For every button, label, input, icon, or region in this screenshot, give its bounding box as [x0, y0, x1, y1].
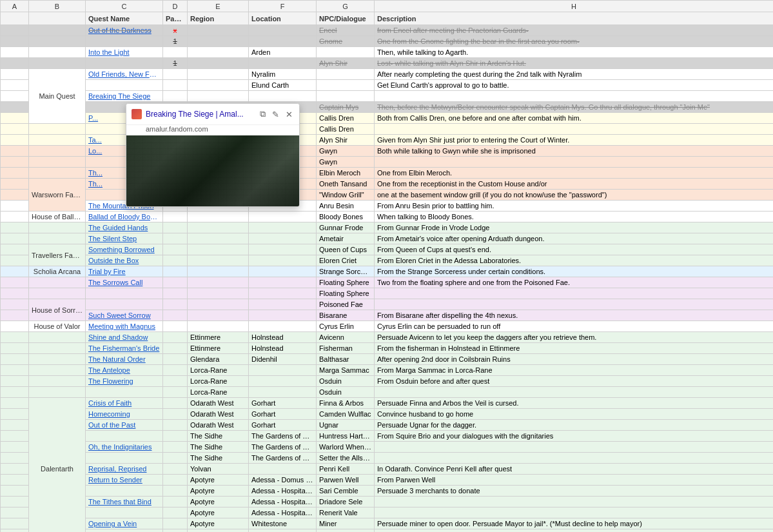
quest-name-cell[interactable]: The Flowering: [86, 376, 163, 387]
quest-name-cell[interactable]: Such Sweet Sorrow: [86, 310, 163, 321]
table-row: Such Sweet Sorrow Bisarane From Bisarane…: [1, 310, 774, 321]
region-cell: The Sidhe: [188, 442, 249, 453]
npc-cell: Sari Cemble: [317, 486, 375, 497]
location-cell: [249, 321, 317, 332]
npc-cell: Cyrus Erlin: [317, 321, 375, 332]
npc-cell: Setter the Allseer: [317, 453, 375, 464]
npc-cell: [317, 91, 375, 102]
region-cell: The Sidhe: [188, 431, 249, 442]
close-popup-button[interactable]: ✕: [284, 108, 294, 121]
quest-name-crisis-faith[interactable]: Crisis of Faith: [86, 398, 163, 409]
quest-name-cell[interactable]: The Natural Order: [86, 354, 163, 365]
desc-cell: [375, 442, 774, 453]
quest-name-tithes[interactable]: The Tithes that Bind: [86, 497, 163, 507]
table-row: House of Valor Meeting with Magnus Cyrus…: [1, 321, 774, 332]
table-row: Breaking The Siege: [1, 91, 774, 102]
location-cell: [249, 266, 317, 277]
region-cell: Apotyre: [188, 518, 249, 529]
location-cell: [249, 91, 317, 102]
region-cell: Lorca-Rane: [188, 365, 249, 376]
quest-name-cell[interactable]: The Guided Hands: [86, 222, 163, 233]
copy-link-button[interactable]: ⧉: [259, 108, 267, 121]
desc-cell: from Encel after meeting the Praetorian …: [375, 25, 774, 36]
npc-cell: Oneth Tansand: [317, 179, 375, 190]
npc-cell: Poisoned Fae: [317, 299, 375, 310]
edit-link-button[interactable]: ✎: [271, 108, 280, 121]
quest-name-cell[interactable]: Oh, the Indignitaries: [86, 442, 163, 453]
quest-name-cell[interactable]: Reprisal, Reprised: [86, 464, 163, 475]
desc-cell: In Odarath. Convince Penri Kell after qu…: [375, 464, 774, 475]
quest-name-cell: [86, 387, 163, 398]
category-scholia: Scholia Arcana: [29, 266, 86, 277]
location-cell: [249, 58, 317, 69]
row-num: [1, 25, 29, 36]
npc-cell: "Window Grill": [317, 190, 375, 201]
quest-name-cell: [86, 36, 163, 47]
quest-name-cell[interactable]: Ballad of Bloody Bones: [86, 212, 163, 222]
desc-cell: After nearly completing the quest during…: [375, 69, 774, 80]
row-num: [1, 398, 29, 409]
desc-cell: Given from Alyn Shir just prior to enter…: [375, 135, 774, 146]
location-cell: Gorhart: [249, 409, 317, 420]
row-num: [1, 354, 29, 365]
pass-cell: [163, 475, 188, 486]
quest-name-cell[interactable]: Meeting with Magnus: [86, 321, 163, 332]
quest-name-cell[interactable]: Old Friends, New Foes: [86, 69, 163, 80]
row-num: [1, 157, 29, 168]
table-row: The Silent Step Ametair From Ametair's v…: [1, 233, 774, 244]
table-row: The Sidhe The Gardens of Ysa Setter the …: [1, 453, 774, 464]
row-num: [1, 212, 29, 222]
region-cell: [188, 266, 249, 277]
table-row: Scholia Arcana Trial by Fire Strange Sor…: [1, 266, 774, 277]
table-row: Shine and Shadow Ettinmere Holnstead Avi…: [1, 332, 774, 343]
pass-cell: [163, 69, 188, 80]
table-row: 1 Alyn Shir Lost- while talking with Aly…: [1, 58, 774, 69]
row-num: [1, 453, 29, 464]
quest-name-cell[interactable]: Out of the Past: [86, 420, 163, 431]
quest-name-cell[interactable]: Opening a Vein: [86, 518, 163, 529]
quest-name-cell[interactable]: Into the Light: [86, 47, 163, 58]
npc-cell: Balthasar: [317, 354, 375, 365]
quest-name-cell[interactable]: The Fisherman's Bride: [86, 343, 163, 354]
desc-cell: Persuade Finna and Arbos the Veil is cur…: [375, 398, 774, 409]
desc-cell: Both while talking to Gwyn while she is …: [375, 146, 774, 157]
npc-cell: [317, 69, 375, 80]
quest-name-something-borrowed[interactable]: Something Borrowed: [86, 244, 163, 255]
pass-cell: [163, 507, 188, 518]
quest-name-cell[interactable]: The Sorrows Call: [86, 277, 163, 288]
desc-cell: From the Strange Sorceress under certain…: [375, 266, 774, 277]
quest-name-cell[interactable]: The Antelope: [86, 365, 163, 376]
desc-cell: [375, 299, 774, 310]
location-cell: [249, 244, 317, 255]
quest-name-breaking-siege[interactable]: Breaking The Siege: [86, 91, 163, 102]
quest-name-cell[interactable]: Trial by Fire: [86, 266, 163, 277]
col-region: Region: [188, 12, 249, 25]
quest-name-cell[interactable]: Homecoming: [86, 409, 163, 420]
location-cell: Whitestone: [249, 518, 317, 529]
desc-cell: From Queen of Cups at quest's end.: [375, 244, 774, 255]
quest-name-cell[interactable]: Outside the Box: [86, 255, 163, 266]
table-row: House of Sorrows Poisoned Fae: [1, 299, 774, 310]
pass-cell: [163, 299, 188, 310]
category-cell: [29, 157, 86, 168]
category-house-sorrows: House of Sorrows: [29, 299, 86, 321]
col-description: Description: [375, 12, 774, 25]
category-cell: [29, 58, 86, 69]
npc-cell: Fisherman: [317, 343, 375, 354]
npc-cell: Floating Sphere: [317, 277, 375, 288]
pass-cell: [163, 321, 188, 332]
quest-name-cell[interactable]: Return to Sender: [86, 475, 163, 486]
category-house-ballads: House of Ballads: [29, 212, 86, 222]
quest-name-cell: [86, 529, 163, 533]
table-row: Lo... Gwyn Both while talking to Gwyn wh…: [1, 146, 774, 157]
table-row: Out of the Past Odarath West Gorhart Ugn…: [1, 420, 774, 431]
npc-cell: Alyn Shir: [317, 58, 375, 69]
table-row: The Sorrows Call Floating Sphere Two fro…: [1, 277, 774, 288]
region-cell: [188, 80, 249, 91]
tooltip-image: [126, 135, 299, 206]
quest-name-shine-shadow[interactable]: Shine and Shadow: [86, 332, 163, 343]
quest-name-cell[interactable]: The Silent Step: [86, 233, 163, 244]
region-cell: Odarath West: [188, 398, 249, 409]
quest-name-cell[interactable]: Out of the Darkness: [86, 25, 163, 36]
location-cell: Gorhart: [249, 398, 317, 409]
